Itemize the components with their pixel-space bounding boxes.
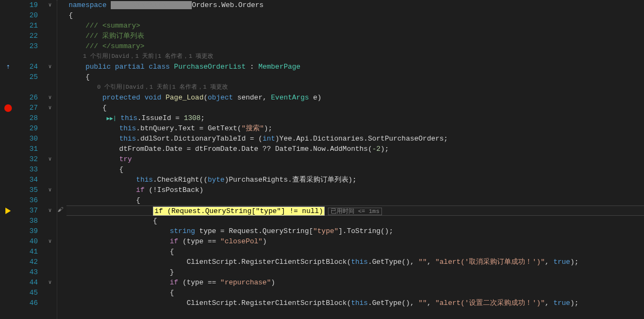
code-editor: ⇡ 19 20 21 22 23 24 25 26 27 <box>0 0 644 319</box>
line-number[interactable]: 43 <box>16 267 38 277</box>
fold-toggle[interactable]: ∨ <box>43 92 57 103</box>
line-number[interactable]: 19 <box>16 0 38 10</box>
current-line-arrow-icon <box>5 208 11 214</box>
current-execution-line[interactable]: if (Request.QueryString["type"] != null)… <box>66 205 644 216</box>
line-number <box>16 82 38 92</box>
fold-toggle[interactable]: ∨ <box>43 154 57 164</box>
line-number[interactable]: 32 <box>16 154 38 164</box>
line-number[interactable]: 38 <box>16 216 38 226</box>
line-number[interactable]: 20 <box>16 10 38 21</box>
glyph-margin: ⇡ <box>0 0 16 319</box>
line-number[interactable]: 39 <box>16 226 38 236</box>
breakpoint-icon[interactable] <box>4 104 12 112</box>
line-number[interactable]: 36 <box>16 195 38 205</box>
line-number <box>16 51 38 62</box>
line-number[interactable]: 45 <box>16 288 38 298</box>
line-number[interactable]: 21 <box>16 21 38 31</box>
line-number[interactable]: 41 <box>16 247 38 257</box>
line-number[interactable]: 27 <box>16 103 38 113</box>
outline-gutter: 🖌 <box>57 0 66 319</box>
line-number[interactable]: 42 <box>16 257 38 267</box>
line-number[interactable]: 28 <box>16 113 38 123</box>
highlighted-statement: if (Request.QueryString["type"] != null) <box>153 207 325 216</box>
fold-toggle[interactable]: ∨ <box>43 205 57 216</box>
line-number[interactable]: 46 <box>16 298 38 308</box>
line-number[interactable]: 26 <box>16 92 38 103</box>
line-number[interactable]: 44 <box>16 277 38 288</box>
codelens-method[interactable]: 0 个引用|David，1 天前|1 名作者，1 项更改 <box>66 82 644 92</box>
line-number[interactable]: 35 <box>16 185 38 195</box>
fold-toggle[interactable]: ∨ <box>43 185 57 195</box>
codelens-class[interactable]: 1 个引用|David，1 天前|1 名作者，1 项更改 <box>66 51 644 62</box>
bookmark-icon[interactable]: ⇡ <box>6 63 10 71</box>
redacted-block: XXXXXXXXX <box>111 1 192 9</box>
line-number[interactable]: 25 <box>16 72 38 82</box>
fold-toggle[interactable]: ∨ <box>43 236 57 247</box>
perf-timing-badge: 已用时间 <= 1ms <box>328 208 382 215</box>
line-number[interactable]: 33 <box>16 164 38 175</box>
line-number[interactable]: 37 <box>16 205 38 216</box>
fold-gutter: ∨ ∨ ∨ ∨ ∨ ∨ ∨ ∨ ∨ <box>43 0 57 319</box>
fold-toggle[interactable]: ∨ <box>43 62 57 72</box>
line-number[interactable]: 40 <box>16 236 38 247</box>
fold-toggle[interactable]: ∨ <box>43 103 57 113</box>
fold-toggle[interactable]: ∨ <box>43 0 57 10</box>
line-number[interactable]: 34 <box>16 175 38 185</box>
lightbulb-icon[interactable]: 🖌 <box>57 207 63 213</box>
line-number[interactable]: 24 <box>16 62 38 72</box>
line-number[interactable]: 22 <box>16 31 38 41</box>
line-number[interactable]: 23 <box>16 41 38 51</box>
code-content[interactable]: namespace XXXXXXXXXOrders.Web.Orders { /… <box>66 0 644 319</box>
fold-toggle[interactable]: ∨ <box>43 277 57 288</box>
line-number[interactable]: 30 <box>16 134 38 144</box>
line-number-gutter: 19 20 21 22 23 24 25 26 27 28 29 30 31 3… <box>16 0 43 319</box>
step-marker-icon: ▶▶| <box>106 116 116 122</box>
line-number[interactable]: 31 <box>16 144 38 154</box>
line-number[interactable]: 29 <box>16 123 38 134</box>
